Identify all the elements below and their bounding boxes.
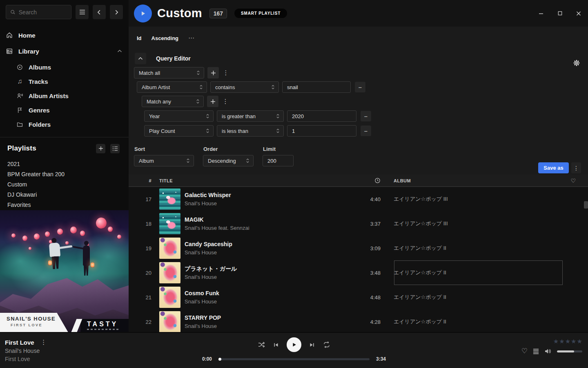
add-playlist-button[interactable] [96,144,105,153]
shuffle-button[interactable] [258,341,265,348]
query-editor-collapse-button[interactable] [135,53,146,64]
settings-button[interactable] [573,60,580,66]
search-box[interactable] [6,5,71,19]
sidebar-item-library[interactable]: Library [0,46,129,56]
playlist-menu-button[interactable] [110,144,120,153]
seek-knob[interactable] [218,358,221,361]
group-menu-button[interactable]: ⋮ [222,98,229,105]
track-title: STARRY POP [185,314,348,322]
track-album[interactable]: エイリアン☆ポップ III [394,195,565,203]
menu-button[interactable] [76,5,89,19]
star-icon[interactable]: ★ [565,338,570,345]
track-album[interactable]: エイリアン☆ポップ II [394,245,565,252]
seek-bar[interactable] [218,358,370,360]
add-playlist-icon [98,146,103,151]
sidebar-item-home[interactable]: Home [0,30,129,40]
star-icon[interactable]: ★ [577,338,582,345]
now-playing-artwork[interactable]: SNAIL'S HOUSE FIRST LOVE TASTY [0,210,129,332]
favorite-column-header[interactable]: ♡ [565,177,581,184]
previous-button[interactable] [273,342,279,348]
save-as-button[interactable]: Save as [538,162,569,173]
order-select[interactable]: Descending [203,155,254,166]
sort-field-button[interactable]: Id [137,35,142,41]
remove-rule-button[interactable]: − [361,111,371,121]
nested-match-type-select[interactable]: Match any [142,96,204,107]
rule-value-input[interactable] [287,125,356,137]
artwork-label-banner: TASTY [80,319,129,332]
back-button[interactable] [93,5,106,19]
rule-field-value: Play Count [149,128,203,134]
track-album[interactable]: エイリアン☆ポップ III [394,220,565,227]
rule-field-select[interactable]: Year [144,110,214,122]
sort-direction-button[interactable]: Ascending [151,35,178,41]
scrollbar-thumb[interactable] [584,201,588,209]
match-type-select[interactable]: Match all [134,67,204,79]
playlist-item[interactable]: Favorites [0,200,129,210]
rule-operator-select[interactable]: is less than [217,125,284,137]
track-album[interactable]: エイリアン☆ポップ II [394,294,565,301]
query-editor-header: Query Editor [135,53,588,64]
rule-operator-select[interactable]: is greater than [217,110,284,122]
title-column-header[interactable]: TITLE [159,178,348,183]
remove-rule-button[interactable]: − [355,82,365,92]
rule-operator-select[interactable]: contains [210,81,279,93]
now-playing-menu-button[interactable]: ⋮ [40,339,47,346]
album-column-header[interactable]: ALBUM [394,178,565,183]
volume-button[interactable] [544,348,552,355]
track-album[interactable]: エイリアン☆ポップ II [394,269,565,276]
track-row[interactable]: 17Galactic WhisperSnail's House4:40エイリアン… [129,187,588,211]
now-playing-artist: Snail's House [5,347,47,355]
duration-column-header[interactable] [348,177,381,184]
rule-field-select[interactable]: Play Count [144,125,214,137]
sidebar-item-genres[interactable]: Genres [0,105,129,115]
track-number: 22 [135,319,151,325]
star-icon[interactable]: ★ [559,338,564,345]
rule-value-input[interactable] [287,110,356,122]
sidebar-item-folders[interactable]: Folders [0,119,129,129]
rule-value-input[interactable] [282,81,351,93]
rule-field-select[interactable]: Album Artist [137,81,207,93]
artwork-lantern [96,218,107,229]
settings-icon [573,60,580,66]
number-column-header[interactable]: # [135,178,151,183]
volume-slider[interactable] [557,350,582,352]
list-sort-toolbar: Id Ascending ⋯ [129,27,588,42]
track-row[interactable]: 21Cosmo FunkSnail's House4:48エイリアン☆ポップ I… [129,285,588,310]
queue-button[interactable] [533,348,539,354]
add-rule-button[interactable] [207,96,218,107]
play-pause-button[interactable] [287,337,301,352]
track-album[interactable]: エイリアン☆ポップ II [394,318,565,325]
playlist-item[interactable]: DJ Okawari [0,190,129,200]
add-rule-button[interactable] [207,67,219,79]
query-menu-button[interactable]: ⋮ [571,162,581,173]
collapse-icon[interactable] [117,49,122,53]
limit-input[interactable] [263,155,294,166]
playlist-item[interactable]: Custom [0,180,129,190]
more-options-button[interactable]: ⋯ [188,34,195,42]
sidebar-item-album-artists[interactable]: Album Artists [0,91,129,101]
maximize-button[interactable] [556,10,564,17]
track-row[interactable]: 22STARRY POPSnail's House4:28エイリアン☆ポップ I… [129,310,588,332]
play-playlist-button[interactable] [134,4,152,22]
track-row[interactable]: 18MAGIKSnail's House feat. Sennzai3:37エイ… [129,211,588,236]
sort-select[interactable]: Album [134,155,194,166]
minimize-button[interactable] [537,10,545,17]
remove-rule-button[interactable]: − [361,126,371,136]
next-button[interactable] [309,342,315,348]
star-icon[interactable]: ★ [553,338,559,345]
close-button[interactable] [575,10,582,17]
favorite-button[interactable]: ♡ [521,348,528,355]
playlist-item[interactable]: BPM Greater than 200 [0,169,129,180]
sidebar-item-label: Home [18,32,36,39]
order-value: Descending [208,158,243,164]
star-icon[interactable]: ★ [571,338,576,345]
sidebar-item-albums[interactable]: Albums [0,62,129,72]
search-input[interactable] [19,9,67,16]
track-row[interactable]: 20プラネット・ガールSnail's House3:48エイリアン☆ポップ II [129,260,588,285]
track-row[interactable]: 19Candy SpaceshipSnail's House3:09エイリアン☆… [129,236,588,260]
repeat-button[interactable] [323,341,330,348]
forward-button[interactable] [110,5,123,19]
group-menu-button[interactable]: ⋮ [222,69,229,76]
playlist-item[interactable]: 2021 [0,159,129,169]
sidebar-item-tracks[interactable]: ♫Tracks [0,76,129,86]
